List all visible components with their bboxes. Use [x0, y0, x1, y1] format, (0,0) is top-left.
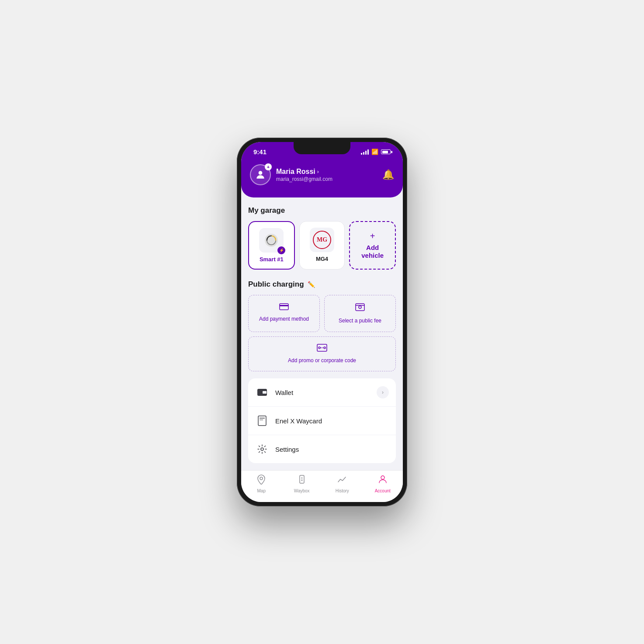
garage-section-title: My garage	[248, 206, 396, 215]
public-charging-header: Public charging ✏️	[248, 280, 396, 289]
garage-cards: ⚡ Smart #1 MG MG4 + Add vehicle	[248, 221, 396, 270]
svg-point-18	[260, 477, 263, 480]
user-info: Maria Rossi › maria_rossi@gmail.com	[276, 168, 332, 182]
settings-item[interactable]: Settings	[248, 435, 396, 463]
notch	[294, 142, 350, 154]
wallet-icon	[255, 385, 269, 399]
svg-point-0	[259, 171, 263, 175]
svg-point-9	[319, 347, 320, 349]
signal-icon	[361, 149, 369, 155]
main-content: My garage ⚡ Smart #1	[241, 197, 403, 470]
smart1-icon-wrap: ⚡	[259, 228, 284, 253]
svg-point-6	[359, 306, 361, 308]
svg-point-21	[301, 480, 302, 481]
smart1-name: Smart #1	[260, 256, 284, 263]
tab-history[interactable]: History	[322, 474, 363, 493]
waycard-icon	[255, 414, 269, 428]
promo-icon	[317, 344, 327, 354]
tab-account-label: Account	[375, 488, 391, 493]
svg-rect-13	[263, 391, 267, 394]
waybox-icon	[297, 474, 307, 487]
svg-point-22	[381, 476, 384, 479]
svg-rect-14	[258, 416, 266, 426]
smart1-logo	[263, 232, 280, 249]
waycard-label: Enel X Waycard	[275, 417, 389, 425]
edit-icon[interactable]: ✏️	[308, 281, 315, 288]
wallet-item[interactable]: Wallet ›	[248, 378, 396, 407]
avatar-plus-icon[interactable]: +	[265, 163, 272, 170]
promo-code-option[interactable]: Add promo or corporate code	[248, 336, 396, 372]
wallet-label: Wallet	[275, 389, 370, 396]
person-icon	[255, 169, 266, 180]
mg4-logo: MG	[313, 231, 331, 249]
wallet-chevron-icon: ›	[377, 386, 389, 398]
wifi-icon: 📶	[371, 149, 378, 155]
mg4-name: MG4	[316, 256, 328, 262]
tab-map-label: Map	[257, 488, 266, 493]
mg4-icon-wrap: MG	[310, 228, 334, 252]
phone-frame: 9:41 📶	[237, 138, 407, 506]
header: + Maria Rossi › maria_rossi@gmail.com 🔔	[241, 159, 403, 197]
add-vehicle-card[interactable]: + Add vehicle	[349, 221, 396, 270]
svg-point-17	[261, 448, 263, 450]
promo-code-label: Add promo or corporate code	[288, 357, 356, 364]
vehicle-card-mg4[interactable]: MG MG4	[299, 221, 345, 270]
payment-icon	[279, 302, 289, 312]
tab-waybox-label: Waybox	[294, 488, 310, 493]
avatar[interactable]: +	[250, 164, 271, 185]
status-time: 9:41	[253, 148, 267, 156]
user-name-chevron: ›	[317, 169, 319, 175]
history-icon	[337, 474, 347, 487]
fee-icon	[355, 302, 365, 314]
svg-rect-4	[280, 305, 288, 306]
phone-screen: 9:41 📶	[241, 142, 403, 502]
settings-label: Settings	[275, 446, 389, 453]
map-icon	[256, 474, 267, 487]
add-payment-label: Add payment method	[259, 316, 309, 323]
waycard-item[interactable]: Enel X Waycard	[248, 407, 396, 435]
user-name[interactable]: Maria Rossi ›	[276, 168, 332, 176]
charging-grid: Add payment method Select a public fee	[248, 295, 396, 332]
tab-history-label: History	[336, 488, 349, 493]
tab-account[interactable]: Account	[363, 474, 403, 493]
svg-rect-3	[280, 304, 288, 310]
header-left: + Maria Rossi › maria_rossi@gmail.com	[250, 164, 332, 185]
tab-bar: Map Waybox History	[241, 470, 403, 502]
tab-waybox[interactable]: Waybox	[282, 474, 322, 493]
svg-point-10	[324, 347, 325, 349]
add-payment-option[interactable]: Add payment method	[248, 295, 320, 332]
tab-map[interactable]: Map	[241, 474, 282, 493]
status-icons: 📶	[361, 149, 391, 155]
vehicle-card-smart1[interactable]: ⚡ Smart #1	[248, 221, 295, 270]
svg-rect-5	[356, 304, 364, 311]
public-charging-title: Public charging	[248, 280, 304, 289]
add-vehicle-label: Add vehicle	[361, 244, 384, 260]
notification-bell-icon[interactable]: 🔔	[382, 169, 394, 180]
settings-icon	[255, 442, 269, 456]
select-fee-label: Select a public fee	[339, 318, 381, 325]
svg-rect-19	[300, 475, 304, 483]
user-email: maria_rossi@gmail.com	[276, 176, 332, 182]
charge-badge-icon: ⚡	[277, 246, 285, 254]
select-fee-option[interactable]: Select a public fee	[324, 295, 396, 332]
add-vehicle-plus-icon: +	[370, 231, 375, 241]
list-section: Wallet › Enel X Waycard	[248, 378, 396, 463]
account-icon	[377, 474, 388, 487]
battery-icon	[381, 149, 391, 154]
